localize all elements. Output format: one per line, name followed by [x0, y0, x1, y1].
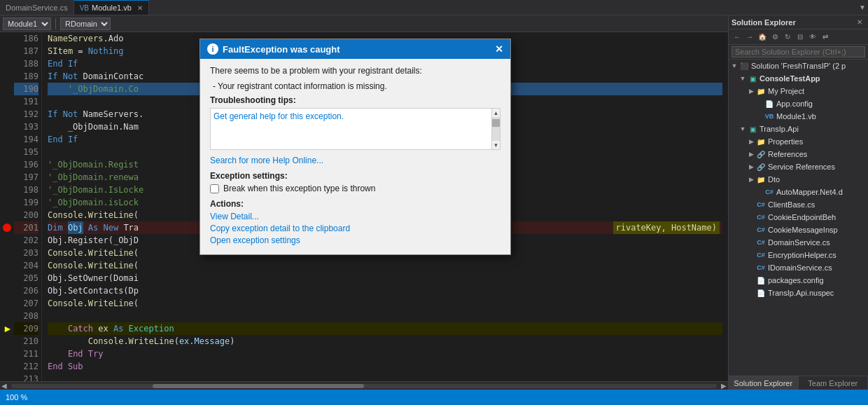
- myproject-icon: 📁: [755, 85, 766, 97]
- se-item-cookieendpoint[interactable]: ▶ C# CookieEndpointBeh: [729, 211, 868, 224]
- scroll-up-btn[interactable]: ▲: [492, 109, 500, 117]
- tab-scroll-arrow[interactable]: ▼: [857, 0, 868, 15]
- line-numbers: 186187188189 190 191192193194 1951961971…: [14, 32, 42, 381]
- break-on-exception-checkbox[interactable]: [210, 184, 219, 193]
- se-label-dto: Dto: [768, 175, 780, 184]
- se-item-solution[interactable]: ▼ ⬛ Solution 'FreshTransIP' (2 p: [729, 60, 868, 72]
- se-item-idomainservice[interactable]: ▶ C# IDomainService.cs: [729, 261, 868, 274]
- scroll-left-btn[interactable]: ◀: [0, 382, 8, 390]
- code-line-205: Obj.SetOwner(Domai: [48, 272, 722, 284]
- se-expand-properties[interactable]: ▶: [747, 138, 755, 145]
- se-forward-btn[interactable]: →: [744, 32, 755, 43]
- editor-toolbar: Module1 RDomain: [0, 15, 728, 32]
- se-label-myproject: My Project: [768, 87, 804, 95]
- code-line-210: Console.WriteLine(ex.Message): [48, 335, 722, 348]
- copy-exception-link[interactable]: Copy exception detail to the clipboard: [210, 224, 500, 233]
- scrollbar-track[interactable]: [11, 384, 717, 388]
- zoom-level: 100 %: [6, 393, 27, 401]
- scroll-right-btn[interactable]: ▶: [720, 382, 728, 390]
- se-item-dto[interactable]: ▶ 📁 Dto: [729, 173, 868, 186]
- se-home-btn[interactable]: 🏠: [757, 32, 768, 43]
- scrollbar-thumb[interactable]: [153, 384, 364, 388]
- se-expand-dto[interactable]: ▶: [747, 176, 755, 183]
- se-label-consoletestapp: ConsoleTestApp: [760, 74, 820, 83]
- module-selector[interactable]: Module1: [3, 18, 51, 30]
- se-item-appconfig[interactable]: ▶ 📄 App.config: [729, 97, 868, 110]
- se-item-automapper[interactable]: ▶ C# AutoMapper.Net4.d: [729, 186, 868, 198]
- se-label-domainservice: DomainService.cs: [768, 238, 830, 247]
- se-item-domainservice[interactable]: ▶ C# DomainService.cs: [729, 236, 868, 249]
- checkbox-label: Break when this exception type is thrown: [223, 184, 375, 193]
- se-item-nuspec[interactable]: ▶ 📄 TransIp.Api.nuspec: [729, 287, 868, 299]
- properties-icon: 📁: [755, 136, 766, 147]
- se-settings-btn[interactable]: ⚙: [769, 32, 780, 43]
- se-back-btn[interactable]: ←: [732, 32, 743, 43]
- packages-icon: 📄: [755, 275, 766, 286]
- close-panel-btn[interactable]: ✕: [854, 17, 865, 28]
- code-line-204: Console.WriteLine(: [48, 259, 722, 272]
- view-detail-link[interactable]: View Detail...: [210, 212, 500, 221]
- se-tab-team-explorer[interactable]: Team Explorer: [799, 376, 869, 390]
- open-settings-link[interactable]: Open exception settings: [210, 235, 500, 245]
- se-label-properties: Properties: [768, 137, 803, 146]
- se-expand-consoletestapp[interactable]: ▼: [738, 75, 747, 82]
- dialog-scrollbar[interactable]: ▲ ▼: [491, 109, 500, 149]
- se-search-input[interactable]: [732, 46, 865, 57]
- code-line-212: End Sub: [48, 360, 722, 373]
- module1vb-icon: VB: [764, 111, 775, 122]
- troubleshoot-link[interactable]: Get general help for this exception.: [214, 111, 344, 121]
- se-label-cookiemessage: CookieMessageInsp: [768, 226, 838, 234]
- se-item-service-references[interactable]: ▶ 🔗 Service References: [729, 160, 868, 173]
- dialog-close-btn[interactable]: ✕: [495, 43, 503, 55]
- se-item-myproject[interactable]: ▶ 📁 My Project: [729, 85, 868, 97]
- se-expand-solution[interactable]: ▼: [730, 62, 738, 69]
- search-help-link[interactable]: Search for more Help Online...: [210, 156, 500, 165]
- se-item-properties[interactable]: ▶ 📁 Properties: [729, 135, 868, 148]
- service-references-icon: 🔗: [755, 161, 766, 172]
- method-selector[interactable]: RDomain: [60, 18, 111, 30]
- se-tabs: Solution Explorer Team Explorer: [729, 376, 868, 390]
- se-item-cookiemessage[interactable]: ▶ C# CookieMessageInsp: [729, 224, 868, 236]
- idomainservice-icon: C#: [755, 262, 766, 273]
- tab-bar: DomainService.cs VB Module1.vb ✕ ▼: [0, 0, 868, 15]
- se-expand-references[interactable]: ▶: [747, 151, 755, 158]
- se-show-all-btn[interactable]: 👁: [807, 32, 818, 43]
- se-tab-solution-explorer-label: Solution Explorer: [734, 379, 792, 387]
- toolbar-separator: [55, 18, 56, 29]
- se-expand-service-references[interactable]: ▶: [747, 163, 755, 170]
- tab-domainservice[interactable]: DomainService.cs: [0, 0, 74, 15]
- zoom-value: 100 %: [6, 393, 27, 401]
- se-item-module1vb[interactable]: ▶ VB Module1.vb: [729, 110, 868, 123]
- exception-settings-header: Exception settings:: [210, 171, 500, 181]
- se-label-appconfig: App.config: [776, 99, 813, 108]
- scroll-thumb[interactable]: [492, 119, 500, 126]
- se-item-packages[interactable]: ▶ 📄 packages.config: [729, 274, 868, 287]
- se-label-translpapi: TransIp.Api: [760, 125, 799, 133]
- se-sync-btn[interactable]: ⇄: [820, 32, 831, 43]
- se-item-consoletestapp[interactable]: ▼ ▣ ConsoleTestApp: [729, 72, 868, 85]
- editor-scrollbar[interactable]: ◀ ▶: [0, 381, 728, 390]
- se-expand-myproject[interactable]: ▶: [747, 88, 755, 95]
- se-label-solution: Solution 'FreshTransIP' (2 p: [751, 62, 846, 70]
- se-collapse-btn[interactable]: ⊟: [794, 32, 806, 43]
- se-refresh-btn[interactable]: ↻: [782, 32, 793, 43]
- se-item-encryptionhelper[interactable]: ▶ C# EncryptionHelper.cs: [729, 249, 868, 261]
- se-expand-translpapi[interactable]: ▼: [738, 125, 747, 132]
- translpapi-icon: ▣: [747, 123, 758, 135]
- se-item-references[interactable]: ▶ 🔗 References: [729, 148, 868, 160]
- se-item-clientbase[interactable]: ▶ C# ClientBase.cs: [729, 198, 868, 211]
- tab-module1-icon: VB: [80, 4, 89, 12]
- tab-module1[interactable]: VB Module1.vb ✕: [74, 0, 149, 15]
- se-item-translpapi[interactable]: ▼ ▣ TransIp.Api: [729, 123, 868, 135]
- scroll-down-btn[interactable]: ▼: [492, 141, 500, 149]
- se-tree: ▼ ⬛ Solution 'FreshTransIP' (2 p ▼ ▣ Con…: [729, 60, 868, 376]
- editor-gutter: ►: [0, 32, 14, 381]
- tab-module1-close[interactable]: ✕: [137, 4, 143, 12]
- consoletestapp-icon: ▣: [747, 73, 758, 84]
- se-label-service-references: Service References: [768, 163, 835, 171]
- se-tab-solution-explorer[interactable]: Solution Explorer: [729, 376, 799, 390]
- nuspec-icon: 📄: [755, 287, 766, 298]
- scroll-track[interactable]: [492, 117, 500, 141]
- automapper-icon: C#: [764, 186, 775, 198]
- solution-explorer-panel: Solution Explorer ✕ ← → 🏠 ⚙ ↻ ⊟ 👁 ⇄ ▼ ⬛: [728, 15, 868, 390]
